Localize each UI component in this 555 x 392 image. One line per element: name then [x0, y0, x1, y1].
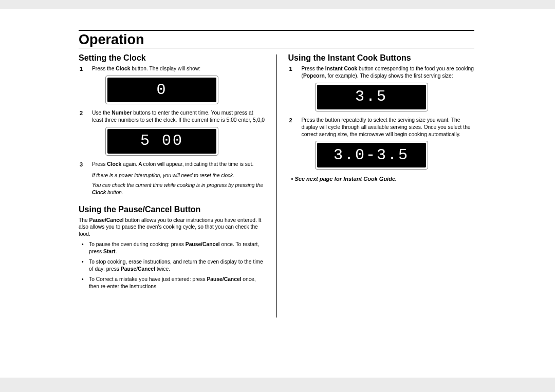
instant-step-1: Press the Instant Cook button correspond… [288, 65, 475, 111]
note-2: You can check the current time while coo… [92, 182, 265, 196]
heading-setting-clock: Setting the Clock [79, 53, 265, 63]
lcd-value: 5 00 [107, 129, 216, 154]
text: Press the Clock button. The display will… [92, 66, 200, 71]
lcd-display-instant-1: 3.5 [315, 83, 428, 111]
clock-steps: Press the Clock button. The display will… [79, 65, 265, 168]
page-edge-top [0, 0, 555, 9]
text: Press the Instant Cook button correspond… [302, 66, 474, 79]
clock-notes: If there is a power interruption, you wi… [92, 172, 265, 196]
text: Press the button repeatedly to select th… [302, 117, 471, 137]
lcd-value: 3.0-3.5 [317, 143, 426, 167]
pause-cancel-bullets: To pause the oven during cooking: press … [79, 241, 265, 290]
see-next-page-note: See next page for Instant Cook Guide. [288, 176, 475, 182]
lcd-value: 3.5 [317, 85, 426, 109]
page-content: Operation Setting the Clock Press the Cl… [79, 30, 474, 318]
manual-page: Operation Setting the Clock Press the Cl… [0, 0, 555, 392]
bullet-2: To stop cooking, erase instructions, and… [79, 258, 265, 273]
column-divider [276, 54, 277, 318]
lcd-display-clock-2: 5 00 [105, 127, 218, 156]
text: Press Clock again. A colon will appear, … [92, 161, 253, 167]
two-column-layout: Setting the Clock Press the Clock button… [79, 51, 474, 318]
instant-step-2: Press the button repeatedly to select th… [288, 117, 475, 170]
page-edge-bottom [0, 378, 555, 392]
note-1: If there is a power interruption, you wi… [92, 172, 265, 179]
lcd-display-instant-2: 3.0-3.5 [315, 141, 428, 170]
pause-cancel-intro: The Pause/Cancel button allows you to cl… [79, 217, 265, 238]
rule-under-title [79, 48, 474, 48]
heading-pause-cancel: Using the Pause/Cancel Button [79, 205, 265, 214]
lcd-value: 0 [107, 78, 216, 102]
clock-step-3: Press Clock again. A colon will appear, … [79, 161, 265, 168]
clock-step-2: Use the Number buttons to enter the curr… [79, 109, 265, 156]
rule-top [79, 30, 474, 31]
bullet-3: To Correct a mistake you have just enter… [79, 276, 265, 290]
right-column: Using the Instant Cook Buttons Press the… [288, 51, 475, 318]
instant-cook-steps: Press the Instant Cook button correspond… [288, 65, 475, 170]
page-title: Operation [79, 32, 474, 47]
bullet-1: To pause the oven during cooking: press … [79, 241, 265, 255]
text: Use the Number buttons to enter the curr… [92, 110, 265, 123]
lcd-display-clock-1: 0 [105, 76, 218, 104]
left-column: Setting the Clock Press the Clock button… [79, 51, 265, 318]
clock-step-1: Press the Clock button. The display will… [79, 65, 265, 104]
heading-instant-cook: Using the Instant Cook Buttons [288, 53, 475, 63]
